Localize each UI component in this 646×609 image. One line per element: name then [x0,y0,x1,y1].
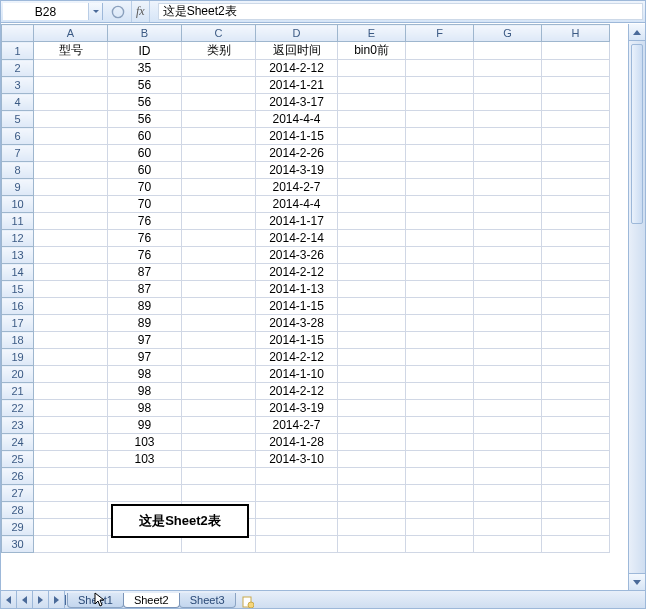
cell-F19[interactable] [406,349,474,366]
cell-B18[interactable]: 97 [108,332,182,349]
cell-H19[interactable] [542,349,610,366]
cell-E21[interactable] [338,383,406,400]
row-header-21[interactable]: 21 [2,383,34,400]
cell-B22[interactable]: 98 [108,400,182,417]
cell-G7[interactable] [474,145,542,162]
cell-G3[interactable] [474,77,542,94]
cell-C3[interactable] [182,77,256,94]
cell-H20[interactable] [542,366,610,383]
cell-C15[interactable] [182,281,256,298]
cell-G12[interactable] [474,230,542,247]
cell-E3[interactable] [338,77,406,94]
cell-B30[interactable] [108,536,182,553]
cell-B23[interactable]: 99 [108,417,182,434]
cell-A1[interactable]: 型号 [34,42,108,60]
row-header-16[interactable]: 16 [2,298,34,315]
cell-B26[interactable] [108,468,182,485]
cell-B9[interactable]: 70 [108,179,182,196]
row-header-11[interactable]: 11 [2,213,34,230]
cell-G27[interactable] [474,485,542,502]
cell-D24[interactable]: 2014-1-28 [256,434,338,451]
scroll-down-button[interactable] [629,573,645,590]
cell-E7[interactable] [338,145,406,162]
cell-C7[interactable] [182,145,256,162]
row-header-23[interactable]: 23 [2,417,34,434]
cell-G19[interactable] [474,349,542,366]
cell-B1[interactable]: ID [108,42,182,60]
cell-F24[interactable] [406,434,474,451]
cell-H18[interactable] [542,332,610,349]
cell-D15[interactable]: 2014-1-13 [256,281,338,298]
cell-E8[interactable] [338,162,406,179]
cell-C6[interactable] [182,128,256,145]
row-header-20[interactable]: 20 [2,366,34,383]
cell-H8[interactable] [542,162,610,179]
sheet-tab-sheet3[interactable]: Sheet3 [179,593,236,608]
row-header-12[interactable]: 12 [2,230,34,247]
cell-G29[interactable] [474,519,542,536]
row-header-22[interactable]: 22 [2,400,34,417]
row-header-5[interactable]: 5 [2,111,34,128]
cell-A11[interactable] [34,213,108,230]
cell-C12[interactable] [182,230,256,247]
cell-F10[interactable] [406,196,474,213]
cell-D17[interactable]: 2014-3-28 [256,315,338,332]
row-header-14[interactable]: 14 [2,264,34,281]
cell-D22[interactable]: 2014-3-19 [256,400,338,417]
cell-E29[interactable] [338,519,406,536]
cell-B21[interactable]: 98 [108,383,182,400]
cell-D5[interactable]: 2014-4-4 [256,111,338,128]
cell-E10[interactable] [338,196,406,213]
cell-A22[interactable] [34,400,108,417]
cell-F15[interactable] [406,281,474,298]
cell-D4[interactable]: 2014-3-17 [256,94,338,111]
cell-C8[interactable] [182,162,256,179]
cell-D19[interactable]: 2014-2-12 [256,349,338,366]
cell-G1[interactable] [474,42,542,60]
name-box[interactable]: B28 [3,3,103,20]
cell-G13[interactable] [474,247,542,264]
cell-E26[interactable] [338,468,406,485]
cell-E14[interactable] [338,264,406,281]
cell-E30[interactable] [338,536,406,553]
cell-C1[interactable]: 类别 [182,42,256,60]
cell-F11[interactable] [406,213,474,230]
cell-C2[interactable] [182,60,256,77]
cell-B13[interactable]: 76 [108,247,182,264]
cell-D30[interactable] [256,536,338,553]
cell-F12[interactable] [406,230,474,247]
cell-A17[interactable] [34,315,108,332]
cell-B11[interactable]: 76 [108,213,182,230]
cell-A7[interactable] [34,145,108,162]
cell-E1[interactable]: bin0前 [338,42,406,60]
cell-E18[interactable] [338,332,406,349]
cell-A12[interactable] [34,230,108,247]
cell-D8[interactable]: 2014-3-19 [256,162,338,179]
cell-F21[interactable] [406,383,474,400]
cell-E28[interactable] [338,502,406,519]
cell-F7[interactable] [406,145,474,162]
cell-G18[interactable] [474,332,542,349]
cell-H14[interactable] [542,264,610,281]
cell-E11[interactable] [338,213,406,230]
cell-D29[interactable] [256,519,338,536]
sheet-tab-sheet2[interactable]: Sheet2 [123,593,180,608]
cell-H30[interactable] [542,536,610,553]
cell-A20[interactable] [34,366,108,383]
cell-D23[interactable]: 2014-2-7 [256,417,338,434]
row-header-3[interactable]: 3 [2,77,34,94]
cell-G14[interactable] [474,264,542,281]
column-header-A[interactable]: A [34,25,108,42]
cell-A15[interactable] [34,281,108,298]
cell-F23[interactable] [406,417,474,434]
cell-H22[interactable] [542,400,610,417]
cell-H21[interactable] [542,383,610,400]
cell-D9[interactable]: 2014-2-7 [256,179,338,196]
cell-E27[interactable] [338,485,406,502]
cell-F25[interactable] [406,451,474,468]
cell-G11[interactable] [474,213,542,230]
cell-E12[interactable] [338,230,406,247]
column-header-H[interactable]: H [542,25,610,42]
cell-H1[interactable] [542,42,610,60]
name-box-dropdown[interactable] [88,3,102,20]
